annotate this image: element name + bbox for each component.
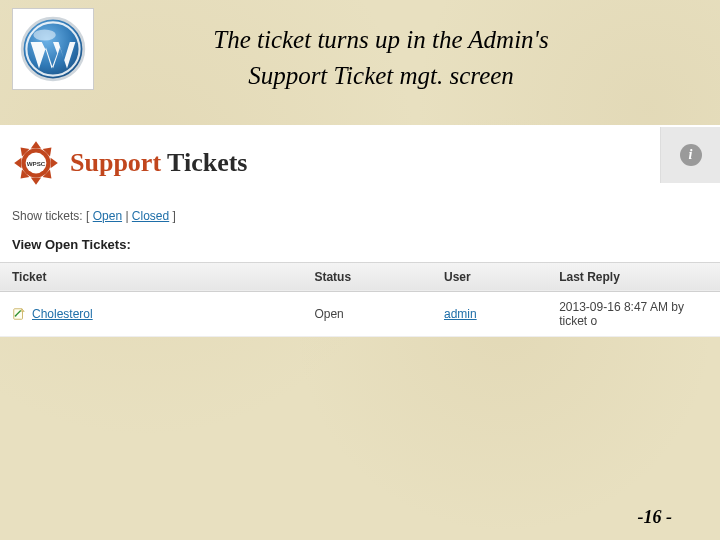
title-tickets: Tickets: [161, 148, 247, 177]
filter-closed-link[interactable]: Closed: [132, 209, 169, 223]
view-heading: View Open Tickets:: [0, 231, 720, 262]
wpsc-logo: WPSC Support Tickets: [10, 137, 248, 189]
page-number: -16 -: [638, 507, 673, 528]
svg-rect-14: [14, 308, 23, 319]
svg-marker-9: [14, 157, 21, 167]
col-ticket[interactable]: Ticket: [0, 262, 302, 291]
panel-title: Support Tickets: [70, 148, 248, 178]
svg-marker-3: [31, 141, 41, 148]
svg-point-15: [15, 314, 17, 316]
col-user[interactable]: User: [432, 262, 547, 291]
info-icon: i: [680, 144, 702, 166]
title-support: Support: [70, 148, 161, 177]
info-button[interactable]: i: [660, 127, 720, 183]
support-tickets-panel: WPSC Support Tickets i Show tickets: [ O…: [0, 125, 720, 337]
svg-text:WPSC: WPSC: [27, 160, 46, 167]
filter-suffix: ]: [169, 209, 176, 223]
wpsc-gear-icon: WPSC: [10, 137, 62, 189]
ticket-status: Open: [302, 291, 432, 336]
panel-header: WPSC Support Tickets i: [0, 125, 720, 203]
svg-marker-5: [51, 157, 58, 167]
svg-marker-7: [31, 177, 41, 184]
col-last-reply[interactable]: Last Reply: [547, 262, 720, 291]
ticket-filter: Show tickets: [ Open | Closed ]: [0, 203, 720, 231]
table-row[interactable]: Cholesterol Open admin 2013-09-16 8:47 A…: [0, 291, 720, 336]
slide-caption: The ticket turns up in the Admin's Suppo…: [94, 8, 708, 95]
caption-line-2: Support Ticket mgt. screen: [94, 58, 668, 94]
ticket-user-link[interactable]: admin: [444, 307, 477, 321]
filter-open-link[interactable]: Open: [93, 209, 122, 223]
tickets-table: Ticket Status User Last Reply: [0, 262, 720, 337]
ticket-link[interactable]: Cholesterol: [32, 307, 93, 321]
svg-point-0: [22, 18, 84, 80]
wordpress-logo: [12, 8, 94, 90]
filter-prefix: Show tickets: [: [12, 209, 93, 223]
ticket-last-reply: 2013-09-16 8:47 AM by ticket o: [547, 291, 720, 336]
table-header-row: Ticket Status User Last Reply: [0, 262, 720, 291]
svg-point-2: [33, 29, 55, 40]
note-icon: [12, 307, 26, 321]
filter-sep: |: [122, 209, 132, 223]
caption-line-1: The ticket turns up in the Admin's: [94, 22, 668, 58]
col-status[interactable]: Status: [302, 262, 432, 291]
